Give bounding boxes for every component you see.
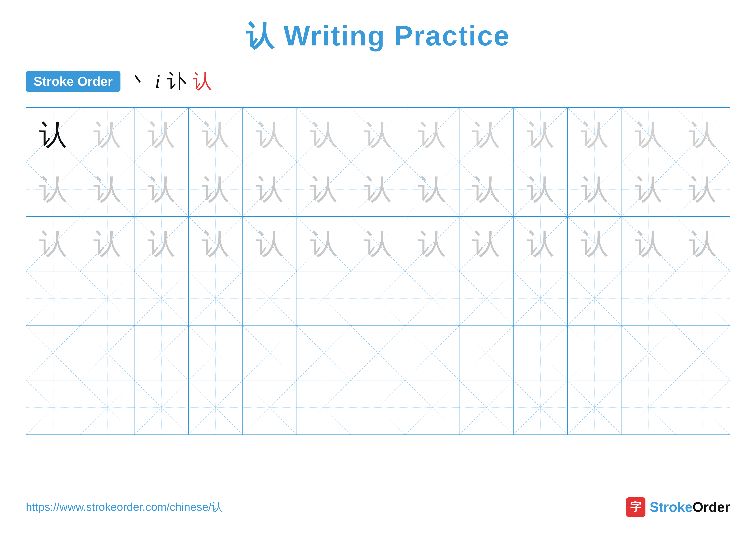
char-in-cell: 认 — [189, 162, 242, 216]
svg-line-113 — [243, 326, 297, 380]
grid-cell — [459, 326, 514, 380]
grid-cell — [351, 271, 405, 325]
svg-line-83 — [134, 271, 188, 325]
svg-line-112 — [243, 326, 297, 380]
svg-line-96 — [514, 271, 567, 325]
grid-cell: 认 — [243, 162, 297, 216]
svg-line-109 — [134, 326, 188, 380]
grid-cell — [568, 326, 622, 380]
grid-cell — [405, 326, 459, 380]
svg-line-122 — [514, 326, 567, 380]
svg-line-129 — [676, 326, 730, 380]
grid-cell: 认 — [297, 217, 351, 271]
grid-cell — [622, 380, 676, 435]
grid-cell: 认 — [134, 217, 189, 271]
grid-row: 认认认认认认认认认认认认认 — [26, 108, 730, 162]
footer-logo: 字 StrokeOrder — [626, 497, 730, 517]
svg-line-111 — [189, 326, 242, 380]
char-in-cell: 认 — [351, 162, 405, 216]
grid-row — [26, 326, 730, 380]
grid-cell: 认 — [405, 108, 459, 162]
svg-line-115 — [297, 326, 351, 380]
char-in-cell: 认 — [568, 108, 621, 162]
grid-row — [26, 380, 730, 435]
grid-row: 认认认认认认认认认认认认认 — [26, 217, 730, 271]
svg-line-151 — [568, 380, 621, 435]
svg-line-79 — [26, 271, 80, 325]
grid-cell — [80, 380, 134, 435]
svg-line-152 — [622, 380, 676, 435]
grid-cell: 认 — [26, 162, 80, 216]
grid-cell: 认 — [568, 217, 622, 271]
char-in-cell: 认 — [676, 217, 730, 271]
svg-line-104 — [26, 326, 80, 380]
svg-line-148 — [514, 380, 567, 435]
svg-line-144 — [405, 380, 459, 435]
char-in-cell: 认 — [405, 162, 459, 216]
grid-cell: 认 — [514, 108, 568, 162]
svg-line-80 — [80, 271, 134, 325]
svg-line-131 — [26, 380, 80, 435]
svg-line-92 — [405, 271, 459, 325]
char-in-cell: 认 — [26, 217, 80, 271]
logo-text: StrokeOrder — [650, 499, 730, 515]
svg-line-145 — [405, 380, 459, 435]
svg-line-143 — [351, 380, 405, 435]
grid-cell — [351, 326, 405, 380]
grid-cell: 认 — [351, 108, 405, 162]
grid-cell — [243, 326, 297, 380]
svg-line-147 — [459, 380, 513, 435]
grid-cell: 认 — [26, 217, 80, 271]
svg-line-101 — [622, 271, 676, 325]
svg-line-141 — [297, 380, 351, 435]
grid-cell — [189, 271, 243, 325]
grid-cell — [405, 380, 459, 435]
grid-cell — [243, 380, 297, 435]
grid-cell: 认 — [351, 162, 405, 216]
char-in-cell: 认 — [189, 108, 242, 162]
char-in-cell: 认 — [80, 217, 134, 271]
grid-cell — [26, 380, 80, 435]
char-in-cell: 认 — [459, 217, 513, 271]
char-in-cell: 认 — [351, 108, 405, 162]
grid-cell — [405, 271, 459, 325]
grid-cell: 认 — [676, 217, 730, 271]
grid-cell: 认 — [514, 217, 568, 271]
char-in-cell: 认 — [243, 162, 297, 216]
footer: https://www.strokeorder.com/chinese/认 字 … — [26, 497, 730, 517]
grid-cell — [459, 271, 514, 325]
svg-line-108 — [134, 326, 188, 380]
grid-cell — [676, 326, 730, 380]
grid-cell — [80, 271, 134, 325]
svg-line-118 — [405, 326, 459, 380]
stroke-char-4: 认 — [193, 68, 212, 94]
grid-cell: 认 — [134, 162, 189, 216]
char-in-cell: 认 — [243, 217, 297, 271]
footer-url: https://www.strokeorder.com/chinese/认 — [26, 499, 223, 515]
svg-line-140 — [297, 380, 351, 435]
grid-cell: 认 — [459, 217, 514, 271]
svg-line-105 — [26, 326, 80, 380]
char-in-cell: 认 — [514, 108, 567, 162]
grid-cell — [459, 380, 514, 435]
char-in-cell: 认 — [26, 162, 80, 216]
char-in-cell: 认 — [297, 162, 351, 216]
svg-line-81 — [80, 271, 134, 325]
grid-cell: 认 — [514, 162, 568, 216]
svg-line-78 — [26, 271, 80, 325]
grid-cell: 认 — [189, 108, 243, 162]
grid-cell: 认 — [134, 108, 189, 162]
grid-cell: 认 — [568, 108, 622, 162]
grid-cell: 认 — [622, 108, 676, 162]
char-in-cell: 认 — [405, 108, 459, 162]
svg-line-142 — [351, 380, 405, 435]
grid-cell: 认 — [676, 162, 730, 216]
char-in-cell: 认 — [243, 108, 297, 162]
grid-cell — [134, 271, 189, 325]
svg-line-84 — [189, 271, 242, 325]
grid-cell — [622, 326, 676, 380]
grid-cell: 认 — [622, 162, 676, 216]
grid-cell: 认 — [26, 108, 80, 162]
char-in-cell: 认 — [514, 217, 567, 271]
svg-line-98 — [568, 271, 621, 325]
